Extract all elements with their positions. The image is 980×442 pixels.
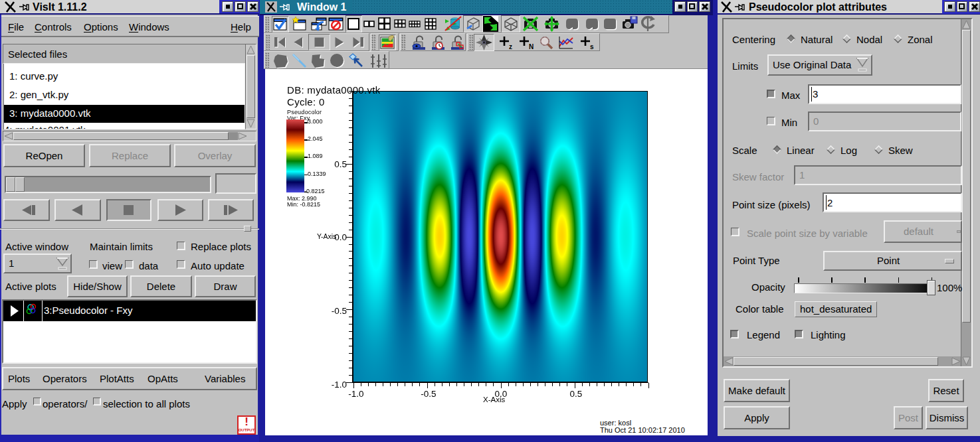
svg-text:N: N	[529, 43, 534, 50]
svg-text:z: z	[509, 43, 512, 50]
svg-text:s: s	[590, 43, 594, 50]
